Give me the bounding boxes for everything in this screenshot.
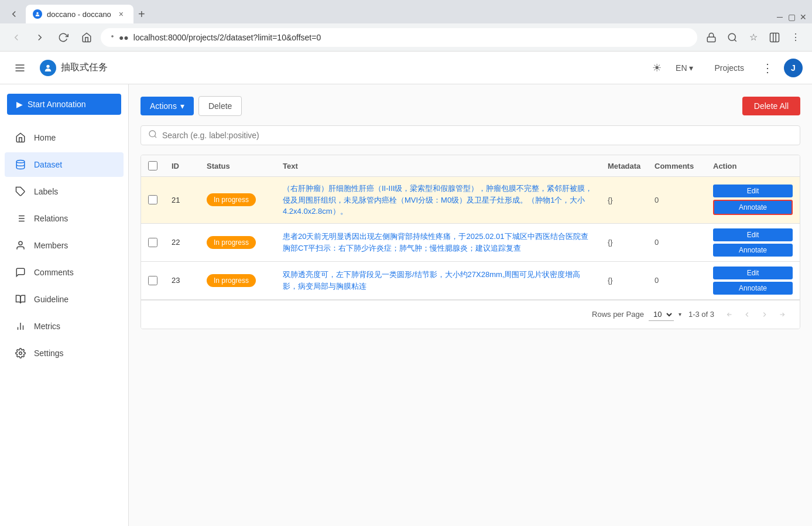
dataset-table: ID Status Text Metadata Comments Action … (141, 155, 800, 329)
lang-button[interactable]: EN ▾ (669, 60, 700, 76)
row1-comments: 0 (647, 190, 706, 210)
header-more-button[interactable]: ⋮ (758, 59, 777, 77)
table-header: ID Status Text Metadata Comments Action (141, 155, 800, 177)
sidebar-item-dataset[interactable]: Dataset (5, 152, 124, 177)
rows-per-page-select[interactable]: 10 25 50 (649, 308, 674, 321)
window-controls: ─ ▢ ✕ (776, 13, 807, 21)
nav-back-button[interactable] (7, 28, 26, 47)
maximize-button[interactable]: ▢ (787, 13, 796, 21)
sidebar-label-labels: Labels (34, 187, 58, 196)
nav-bookmark-button[interactable]: ☆ (744, 28, 763, 47)
metrics-icon (14, 320, 27, 333)
delete-all-button[interactable]: Delete All (742, 97, 800, 115)
row2-checkbox[interactable] (148, 238, 157, 247)
row1-status-cell: In progress (200, 187, 276, 212)
row3-comments: 0 (647, 270, 706, 291)
members-icon (14, 239, 27, 252)
nav-more-button[interactable]: ⋮ (786, 28, 805, 47)
svg-rect-2 (707, 37, 715, 42)
address-bar[interactable]: ●● localhost:8000/projects/2/dataset?lim… (101, 28, 697, 47)
row3-checkbox[interactable] (148, 276, 157, 285)
nav-search-button[interactable] (723, 28, 742, 47)
browser-tab-bar: doccano - doccano × + ─ ▢ ✕ (0, 0, 812, 23)
table-row: 23 In progress 双肺透亮度可，左下肺背段见一类圆形/结节影，大小约… (141, 262, 800, 300)
row3-status-badge: In progress (207, 274, 256, 287)
start-annotation-icon: ▶ (16, 100, 23, 109)
header-actions: ☀ EN ▾ Projects ⋮ J (652, 59, 803, 77)
row1-checkbox[interactable] (148, 195, 157, 204)
header-text: Text (276, 161, 601, 170)
svg-line-26 (155, 136, 156, 138)
browser-tab-active[interactable]: doccano - doccano × (26, 5, 133, 23)
sidebar-label-home: Home (34, 133, 56, 142)
sidebar-item-labels[interactable]: Labels (5, 179, 124, 204)
delete-button[interactable]: Delete (198, 96, 242, 116)
row3-annotate-button[interactable]: Annotate (713, 282, 793, 295)
sidebar-item-guideline[interactable]: Guideline (5, 287, 124, 312)
minimize-button[interactable]: ─ (776, 13, 784, 21)
guideline-icon (14, 293, 27, 306)
new-tab-button[interactable]: + (133, 6, 150, 22)
row1-text: （右肝肿瘤）肝细胞性肝癌（II-III级，梁索型和假腺管型），肿瘤包膜不完整，紧… (276, 177, 601, 223)
tab-back-button[interactable] (5, 6, 23, 22)
close-window-button[interactable]: ✕ (799, 13, 807, 21)
select-all-checkbox[interactable] (148, 161, 157, 170)
pagination-first-button[interactable] (721, 306, 738, 323)
rows-per-page-arrow-icon: ▾ (679, 311, 681, 317)
header-status: Status (200, 161, 276, 170)
svg-point-20 (19, 241, 22, 245)
user-avatar[interactable]: J (784, 59, 803, 77)
search-icon (148, 129, 157, 141)
pagination-nav (721, 306, 790, 323)
app-logo: 抽取式任务 (40, 60, 108, 76)
row1-annotate-button[interactable]: Annotate (713, 200, 793, 215)
sidebar-label-relations: Relations (34, 214, 68, 223)
start-annotation-label: Start Annotation (28, 100, 86, 109)
pagination-rows-per-page: Rows per Page 10 25 50 ▾ (592, 308, 681, 321)
nav-forward-button[interactable] (30, 28, 49, 47)
nav-passwords-button[interactable] (702, 28, 721, 47)
row1-checkbox-cell (141, 189, 165, 210)
browser-tab-list: doccano - doccano × + (26, 5, 773, 23)
tab-close-button[interactable]: × (116, 9, 126, 19)
address-url: localhost:8000/projects/2/dataset?limit=… (133, 33, 690, 42)
row1-actions: Edit Annotate (706, 180, 800, 220)
row2-text: 患者20天前无明显诱因出现左侧胸背部持续性疼痛，于2025.02.01下城区中西… (276, 225, 601, 259)
nav-home-button[interactable] (77, 28, 96, 47)
row2-edit-button[interactable]: Edit (713, 228, 793, 241)
row1-id: 21 (165, 190, 200, 210)
pagination-prev-button[interactable] (739, 306, 755, 323)
sidebar-item-metrics[interactable]: Metrics (5, 314, 124, 339)
database-icon (14, 158, 27, 171)
table-row: 22 In progress 患者20天前无明显诱因出现左侧胸背部持续性疼痛，于… (141, 224, 800, 262)
row3-status-cell: In progress (200, 268, 276, 293)
start-annotation-button[interactable]: ▶ Start Annotation (7, 94, 121, 115)
search-bar (141, 125, 800, 145)
svg-point-24 (19, 352, 22, 355)
sidebar-item-relations[interactable]: Relations (5, 206, 124, 231)
row2-annotate-button[interactable]: Annotate (713, 244, 793, 257)
app-header: 抽取式任务 ☀ EN ▾ Projects ⋮ J (0, 52, 812, 84)
row2-checkbox-cell (141, 232, 165, 253)
tab-favicon (33, 9, 42, 19)
sidebar-item-members[interactable]: Members (5, 233, 124, 258)
header-menu-button[interactable] (9, 57, 30, 78)
nav-extensions-button[interactable] (765, 28, 784, 47)
sidebar-item-home[interactable]: Home (5, 125, 124, 150)
theme-toggle-icon[interactable]: ☀ (652, 62, 662, 74)
rows-per-page-label: Rows per Page (592, 310, 644, 319)
row3-id: 23 (165, 270, 200, 291)
row3-edit-button[interactable]: Edit (713, 267, 793, 279)
search-input[interactable] (162, 131, 793, 140)
pagination-last-button[interactable] (774, 306, 790, 323)
sidebar-item-settings[interactable]: Settings (5, 341, 124, 366)
row1-edit-button[interactable]: Edit (713, 185, 793, 197)
sidebar-item-comments[interactable]: Comments (5, 260, 124, 285)
row2-actions: Edit Annotate (706, 224, 800, 261)
svg-point-25 (149, 131, 156, 137)
nav-reload-button[interactable] (54, 28, 73, 47)
header-comments: Comments (647, 161, 706, 170)
pagination-next-button[interactable] (756, 306, 773, 323)
actions-button[interactable]: Actions ▾ (141, 97, 194, 115)
projects-button[interactable]: Projects (707, 60, 751, 76)
